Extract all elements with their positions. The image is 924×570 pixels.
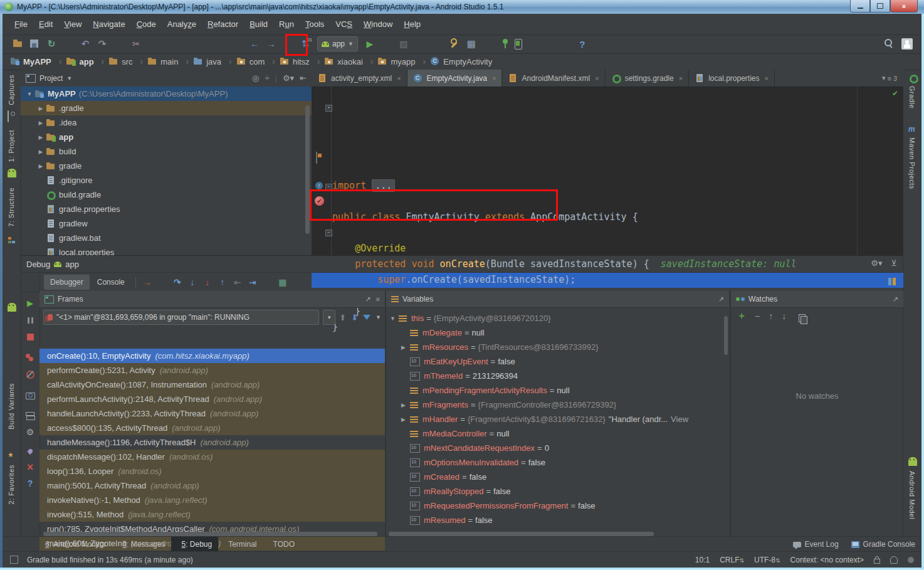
sidebar-item-android-model[interactable]: Android Model bbox=[908, 471, 916, 519]
menu-item[interactable]: Help bbox=[398, 18, 426, 31]
editor-tab[interactable]: AndroidManifest.xml × bbox=[502, 70, 605, 87]
stack-frame-row[interactable]: access$800():135, ActivityThread(android… bbox=[39, 421, 385, 435]
restore-layout-button[interactable] bbox=[24, 410, 36, 421]
stop-button[interactable] bbox=[24, 331, 36, 342]
encoding-selector[interactable]: UTF-8⇅ bbox=[754, 556, 780, 564]
variables-hscrollbar[interactable] bbox=[389, 532, 654, 536]
override-gutter-icon[interactable]: ↑ bbox=[315, 182, 323, 189]
toolbar-icon[interactable] bbox=[524, 36, 539, 51]
line-separator-selector[interactable]: CRLF⇅ bbox=[720, 556, 744, 564]
move-down-icon[interactable]: ↓ bbox=[782, 311, 786, 321]
status-square-icon[interactable] bbox=[10, 556, 18, 564]
stack-frame-row[interactable]: invokeNative():-1, Method(java.lang.refl… bbox=[39, 493, 385, 507]
close-button[interactable]: × bbox=[890, 0, 918, 13]
chevron-down-icon[interactable]: ▼ bbox=[375, 314, 381, 320]
stack-frame-row[interactable]: main():5001, ActivityThread(android.app) bbox=[39, 478, 385, 493]
maximize-button[interactable] bbox=[870, 0, 890, 13]
breadcrumb-item[interactable]: myapp bbox=[377, 56, 430, 66]
variable-row[interactable]: mMediaController = null bbox=[386, 426, 729, 441]
expand-arrow-icon[interactable]: ▶ bbox=[36, 105, 46, 112]
expand-arrow-icon[interactable]: ▶ bbox=[36, 134, 46, 140]
toolbar-icon[interactable] bbox=[498, 36, 513, 51]
threads-view-icon[interactable] bbox=[887, 277, 897, 287]
menu-item[interactable]: Analyze bbox=[162, 18, 202, 31]
menu-item[interactable]: Navigate bbox=[87, 18, 130, 31]
thread-dump-button[interactable] bbox=[24, 390, 36, 401]
captures-icon[interactable] bbox=[8, 110, 9, 122]
toolbar-icon[interactable] bbox=[196, 36, 211, 51]
sidebar-item-favorites[interactable]: 2: Favorites bbox=[8, 465, 15, 504]
chevron-down-icon[interactable]: ▼ bbox=[66, 75, 72, 82]
project-scrollbar[interactable] bbox=[305, 105, 310, 234]
variable-row[interactable]: ▼ this = {EmptyActivity@831696720120} bbox=[386, 311, 729, 325]
variable-row[interactable]: mOptionsMenuInvalidated = false bbox=[386, 455, 729, 470]
lock-icon[interactable] bbox=[874, 559, 880, 564]
stack-frame-row[interactable]: invoke():515, Method(java.lang.reflect) bbox=[39, 507, 385, 522]
hide-panel-icon[interactable]: ⇤ bbox=[300, 73, 307, 83]
menu-item[interactable]: Tools bbox=[300, 18, 330, 31]
tree-row[interactable]: gradle.properties bbox=[21, 202, 312, 216]
sidebar-item-build-variants[interactable]: Build Variants bbox=[8, 383, 15, 430]
minimize-button[interactable] bbox=[850, 0, 870, 13]
toolbar-icon[interactable] bbox=[179, 36, 194, 51]
code-area[interactable]: import ...public class EmptyActivity ext… bbox=[312, 87, 903, 255]
stack-frame-row[interactable]: performLaunchActivity():2148, ActivityTh… bbox=[39, 392, 385, 406]
project-stripe-icon[interactable] bbox=[8, 169, 16, 177]
breadcrumb-item[interactable]: EmptyActivity bbox=[430, 56, 492, 66]
toolbar-icon[interactable] bbox=[464, 36, 479, 51]
thread-dropdown[interactable]: "<1> main"@831,693,659,096 in group "mai… bbox=[43, 310, 319, 325]
structure-icon[interactable] bbox=[8, 236, 16, 245]
toolbar-icon[interactable] bbox=[61, 36, 76, 51]
stack-frame-row[interactable]: onCreate():10, EmptyActivity(com.hitsz.x… bbox=[39, 349, 385, 363]
tool-window-button[interactable]: TODO bbox=[263, 537, 301, 552]
android-icon[interactable] bbox=[8, 303, 16, 312]
toolbar-icon[interactable] bbox=[575, 36, 590, 51]
toolbar-icon[interactable] bbox=[481, 36, 496, 51]
close-tab-icon[interactable]: × bbox=[492, 75, 496, 82]
copy-icon[interactable] bbox=[795, 311, 807, 321]
tree-row[interactable]: ▶ .gradle bbox=[21, 101, 312, 115]
menu-item[interactable]: Run bbox=[273, 18, 300, 31]
float-panel-icon[interactable]: ↗ bbox=[718, 295, 724, 303]
variable-row[interactable]: mReallyStopped = false bbox=[386, 484, 729, 499]
expand-arrow-icon[interactable]: ▼ bbox=[24, 91, 34, 97]
context-label[interactable]: Context: <no context> bbox=[790, 556, 864, 564]
toolbar-icon[interactable] bbox=[78, 36, 93, 51]
tree-row[interactable]: local.properties bbox=[21, 245, 312, 255]
toolbar-icon[interactable] bbox=[396, 36, 411, 51]
gradle-icon[interactable] bbox=[908, 73, 917, 82]
toolbar-icon[interactable] bbox=[413, 36, 428, 51]
gear-icon[interactable]: ⚙▾ bbox=[283, 73, 294, 83]
toolbar-icon[interactable] bbox=[558, 36, 573, 51]
toolbar-icon[interactable] bbox=[112, 36, 127, 51]
gradle-console-button[interactable]: Gradle Console bbox=[845, 537, 921, 552]
collapse-all-icon[interactable]: ÷ bbox=[265, 73, 269, 83]
hidden-tabs-dropdown[interactable]: ▾ ≡ 3 bbox=[882, 70, 903, 87]
frames-hscrollbar[interactable] bbox=[43, 532, 377, 536]
toolbar-icon[interactable] bbox=[247, 36, 262, 51]
tool-window-button[interactable]: 0: Messages bbox=[112, 537, 171, 552]
tree-row[interactable]: build.gradle bbox=[21, 187, 312, 202]
editor-tab[interactable]: settings.gradle × bbox=[606, 70, 689, 87]
toolbar-icon[interactable] bbox=[515, 39, 522, 50]
variable-row[interactable]: mPendingFragmentActivityResults = null bbox=[386, 383, 729, 398]
variable-row[interactable]: mResumed = false bbox=[386, 513, 729, 527]
stack-frame-row[interactable]: handleMessage():1196, ActivityThread$H(a… bbox=[39, 435, 385, 450]
debug-step-icon[interactable] bbox=[216, 275, 229, 289]
editor-tab[interactable]: local.properties × bbox=[689, 70, 775, 87]
variable-row[interactable]: ▶ mFragments = {FragmentController@83169… bbox=[386, 398, 729, 412]
tool-window-button[interactable]: 6: Android Monitor bbox=[35, 537, 112, 552]
debug-step-icon[interactable] bbox=[140, 275, 154, 289]
toolbar-icon[interactable] bbox=[95, 36, 110, 51]
toolbar-icon[interactable] bbox=[430, 36, 445, 51]
debug-step-icon[interactable] bbox=[261, 275, 275, 289]
debugger-tab[interactable]: Console bbox=[91, 275, 131, 290]
stack-frame-row[interactable]: handleLaunchActivity():2233, ActivityThr… bbox=[39, 406, 385, 421]
toolbar-icon[interactable] bbox=[447, 36, 462, 51]
variables-vscrollbar[interactable] bbox=[724, 316, 728, 355]
toolbar-icon[interactable] bbox=[27, 36, 42, 51]
tool-window-button[interactable]: Terminal bbox=[218, 537, 263, 552]
close-tab-icon[interactable]: × bbox=[765, 75, 769, 82]
menu-item[interactable]: Refactor bbox=[202, 18, 244, 31]
sidebar-item-gradle[interactable]: Gradle bbox=[908, 86, 916, 108]
